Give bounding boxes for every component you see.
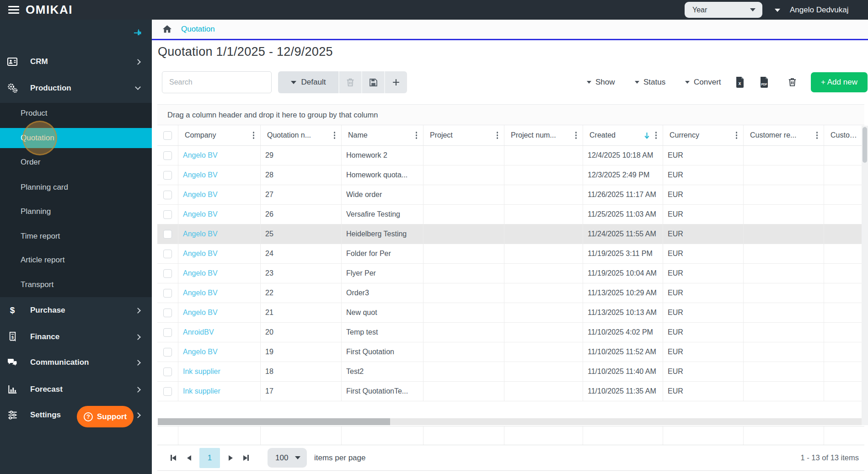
company-link[interactable]: Angelo BV <box>183 289 218 297</box>
table-row[interactable]: Angelo BV26Versafire Testing11/25/2025 1… <box>157 205 864 224</box>
last-page-button[interactable] <box>238 450 254 466</box>
column-menu-icon[interactable] <box>653 130 659 141</box>
column-menu-icon[interactable] <box>332 130 338 141</box>
breadcrumb-page-link[interactable]: Quotation <box>181 20 215 39</box>
table-row[interactable]: Angelo BV25Heidelberg Testing11/24/2025 … <box>157 224 864 244</box>
view-selector-dropdown[interactable]: Default <box>278 71 338 93</box>
column-header-project[interactable]: Project <box>423 125 504 145</box>
column-header-created[interactable]: Created <box>583 125 663 145</box>
year-selector[interactable]: Year <box>685 2 762 18</box>
next-page-button[interactable] <box>223 450 238 466</box>
column-header-customer_reference[interactable]: Customer re... <box>744 125 824 145</box>
user-menu-caret-icon[interactable] <box>775 9 780 12</box>
home-icon[interactable] <box>162 24 172 34</box>
table-row[interactable]: Ink supplier18Test211/10/2025 11:40 AMEU… <box>157 362 864 382</box>
pin-sidebar-icon[interactable] <box>134 28 144 38</box>
company-link[interactable]: Angelo BV <box>183 269 218 277</box>
sidebar-item-article-report[interactable]: Article report <box>0 250 152 270</box>
row-checkbox[interactable] <box>163 250 172 258</box>
row-checkbox[interactable] <box>163 191 172 199</box>
sidebar-item-transport[interactable]: Transport <box>0 275 152 295</box>
table-row[interactable]: Angelo BV27Wide order11/26/2025 11:17 AM… <box>157 185 864 205</box>
user-name[interactable]: Angelo Dedvukaj <box>790 0 849 20</box>
sidebar-item-finance[interactable]: $ Finance <box>0 327 152 347</box>
company-link[interactable]: Angelo BV <box>183 250 218 258</box>
sidebar-item-product[interactable]: Product <box>0 103 152 123</box>
search-input[interactable] <box>162 71 272 93</box>
row-checkbox[interactable] <box>163 269 172 278</box>
column-header-name[interactable]: Name <box>342 125 423 145</box>
company-link[interactable]: Angelo BV <box>183 191 218 199</box>
row-checkbox[interactable] <box>163 328 172 337</box>
column-menu-icon[interactable] <box>573 130 579 141</box>
sidebar-item-quotation[interactable]: Quotation <box>0 128 152 148</box>
company-link[interactable]: Ink supplier <box>183 367 220 376</box>
sidebar-item-production[interactable]: Production <box>0 78 152 98</box>
hamburger-menu-icon[interactable] <box>8 6 19 14</box>
delete-view-button[interactable] <box>339 71 361 93</box>
column-menu-icon[interactable] <box>251 130 257 141</box>
column-header-project_number[interactable]: Project num... <box>504 125 583 145</box>
company-link[interactable]: Angelo BV <box>183 210 218 218</box>
row-checkbox[interactable] <box>163 348 172 357</box>
row-checkbox[interactable] <box>163 171 172 180</box>
row-checkbox[interactable] <box>163 309 172 317</box>
export-pdf-icon[interactable]: PDF <box>760 77 771 88</box>
row-checkbox[interactable] <box>163 289 172 298</box>
sidebar-item-time-report[interactable]: Time report <box>0 226 152 246</box>
row-checkbox[interactable] <box>163 210 172 219</box>
table-row[interactable]: Angelo BV29Homework 212/4/2025 10:18 AME… <box>157 146 864 165</box>
company-link[interactable]: Angelo BV <box>183 309 218 317</box>
support-button[interactable]: ? Support <box>77 406 134 427</box>
table-row[interactable]: Ink supplier17First QuotationTe...11/10/… <box>157 382 864 401</box>
row-checkbox[interactable] <box>163 387 172 396</box>
column-menu-icon[interactable] <box>413 130 420 141</box>
row-checkbox[interactable] <box>163 367 172 376</box>
group-by-panel[interactable]: Drag a column header and drop it here to… <box>157 104 864 125</box>
company-link[interactable]: AnroidBV <box>183 328 214 336</box>
column-menu-icon[interactable] <box>814 130 820 141</box>
previous-page-button[interactable] <box>181 450 197 466</box>
sidebar-item-crm[interactable]: CRM <box>0 52 152 72</box>
first-page-button[interactable] <box>166 450 181 466</box>
column-header-currency[interactable]: Currency <box>663 125 744 145</box>
save-view-button[interactable] <box>362 71 384 93</box>
table-row[interactable]: Angelo BV19First Quotation11/10/2025 11:… <box>157 342 864 362</box>
delete-rows-icon[interactable] <box>787 77 798 88</box>
add-view-button[interactable] <box>385 71 407 93</box>
table-row[interactable]: Angelo BV24Folder for Per11/19/2025 3:11… <box>157 244 864 264</box>
table-row[interactable]: AnroidBV20Temp test11/10/2025 4:02 PMEUR <box>157 323 864 342</box>
sidebar-item-planning[interactable]: Planning <box>0 202 152 222</box>
vertical-scrollbar-thumb[interactable] <box>863 127 867 163</box>
company-link[interactable]: Angelo BV <box>183 151 218 160</box>
row-checkbox[interactable] <box>163 230 172 239</box>
export-excel-icon[interactable]: x <box>735 77 746 88</box>
company-link[interactable]: Angelo BV <box>183 171 218 179</box>
company-link[interactable]: Ink supplier <box>183 387 220 395</box>
select-all-checkbox[interactable] <box>163 131 172 140</box>
page-size-selector[interactable]: 100 <box>268 448 307 468</box>
table-row[interactable]: Angelo BV21New quot11/13/2025 10:13 AMEU… <box>157 303 864 323</box>
convert-dropdown[interactable]: Convert <box>685 78 721 87</box>
sidebar-item-planning-card[interactable]: Planning card <box>0 177 152 197</box>
current-page-button[interactable]: 1 <box>199 448 220 468</box>
column-header-number[interactable]: Quotation n... <box>261 125 342 145</box>
sidebar-item-forecast[interactable]: Forecast <box>0 379 152 399</box>
status-dropdown[interactable]: Status <box>635 78 665 87</box>
table-row[interactable]: Angelo BV23Flyer Per11/19/2025 10:04 AME… <box>157 264 864 283</box>
add-new-button[interactable]: + Add new <box>811 72 868 92</box>
show-dropdown[interactable]: Show <box>587 78 615 87</box>
table-row[interactable]: Angelo BV22Order311/13/2025 10:29 AMEUR <box>157 283 864 303</box>
vertical-scrollbar[interactable] <box>862 126 868 425</box>
column-header-company[interactable]: Company <box>178 125 261 145</box>
horizontal-scrollbar[interactable] <box>158 418 864 425</box>
horizontal-scrollbar-thumb[interactable] <box>158 418 390 425</box>
column-menu-icon[interactable] <box>494 130 501 141</box>
company-link[interactable]: Angelo BV <box>183 348 218 356</box>
row-checkbox[interactable] <box>163 151 172 160</box>
sidebar-item-communication[interactable]: Communication <box>0 352 152 373</box>
sidebar-item-purchase[interactable]: $ Purchase <box>0 300 152 320</box>
column-header-customer[interactable]: Customer <box>824 125 864 145</box>
table-row[interactable]: Angelo BV28Homework quota...12/3/2025 2:… <box>157 165 864 185</box>
sidebar-item-order[interactable]: Order <box>0 152 152 172</box>
